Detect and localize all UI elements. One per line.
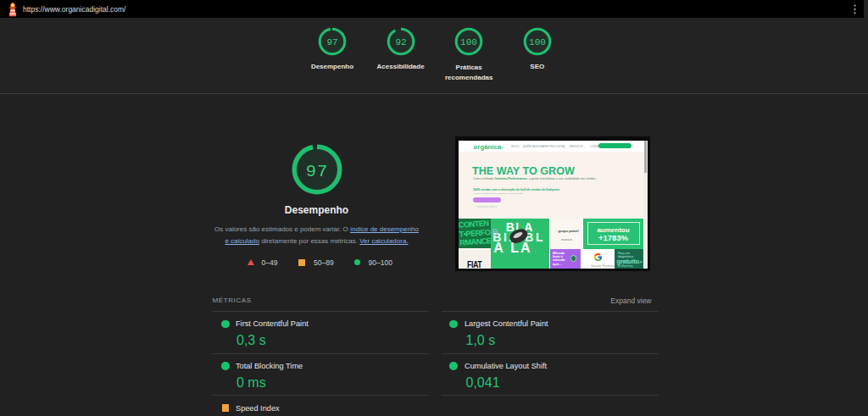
svg-text:92: 92 xyxy=(395,37,406,47)
svg-text:100: 100 xyxy=(460,37,477,47)
svg-text:100: 100 xyxy=(529,37,546,47)
svg-text:97: 97 xyxy=(305,162,328,181)
svg-text:97: 97 xyxy=(326,37,337,47)
